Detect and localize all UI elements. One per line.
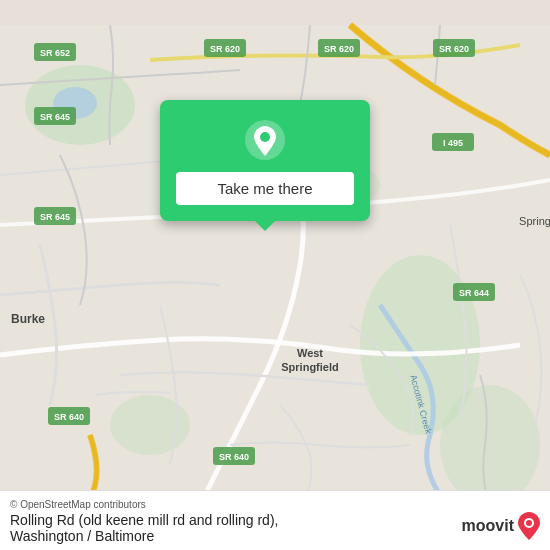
svg-text:West: West	[297, 347, 323, 359]
svg-point-4	[110, 395, 190, 455]
svg-text:SR 645: SR 645	[40, 212, 70, 222]
svg-point-35	[260, 132, 270, 142]
svg-text:SR 620: SR 620	[439, 44, 469, 54]
svg-point-3	[440, 385, 540, 505]
moovit-pin-icon	[518, 512, 540, 540]
svg-text:SR 644: SR 644	[459, 288, 489, 298]
map-container: SR 652 SR 620 SR 620 SR 620 I 495 SR 645…	[0, 0, 550, 550]
map-background: SR 652 SR 620 SR 620 SR 620 I 495 SR 645…	[0, 0, 550, 550]
moovit-text: moovit	[462, 517, 514, 535]
svg-text:SR 652: SR 652	[40, 48, 70, 58]
map-attribution: © OpenStreetMap contributors	[10, 499, 540, 510]
svg-point-37	[526, 520, 532, 526]
svg-text:SR 620: SR 620	[210, 44, 240, 54]
svg-text:I 495: I 495	[443, 138, 463, 148]
take-me-there-button[interactable]: Take me there	[176, 172, 354, 205]
svg-text:SR 640: SR 640	[54, 412, 84, 422]
svg-text:SR 645: SR 645	[40, 112, 70, 122]
svg-text:SR 620: SR 620	[324, 44, 354, 54]
svg-text:Springfield: Springfield	[281, 361, 338, 373]
moovit-logo: moovit	[462, 512, 540, 540]
location-region: Washington / Baltimore	[10, 528, 540, 544]
svg-text:Spring: Spring	[519, 215, 550, 227]
popup-card: Take me there	[160, 100, 370, 221]
location-pin-icon	[243, 118, 287, 162]
svg-text:SR 640: SR 640	[219, 452, 249, 462]
location-name: Rolling Rd (old keene mill rd and rollin…	[10, 512, 540, 528]
svg-text:Burke: Burke	[11, 312, 45, 326]
